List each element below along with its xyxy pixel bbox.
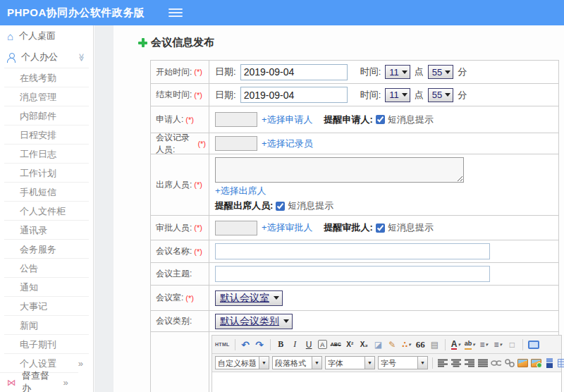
underline-icon[interactable]: U [304,338,314,351]
unlink-icon[interactable] [504,357,515,369]
meeting-form: 开始时间:(*) 日期: 时间: 11 点 55 分 结束时间:(*) 日期: … [150,60,559,392]
end-date-input[interactable] [240,87,348,103]
start-hour-select[interactable]: 11 [385,65,410,79]
sidebar-item-news[interactable]: 新闻 [4,315,89,334]
custom-heading-select[interactable]: 自定义标题▼ [215,356,269,369]
applicant-sms-checkbox[interactable] [376,115,385,124]
chevron-down-icon [445,93,450,97]
sidebar-item-file-cabinet[interactable]: 个人文件柜 [4,201,89,220]
form-row-approver: 审批人员:(*) +选择审批人 提醒审批人: 短消息提示 [151,216,558,240]
sidebar-item-work-log[interactable]: 工作日志 [4,144,89,163]
sidebar-item-office[interactable]: 个人办公 ≫ [0,47,93,68]
approver-sms-checkbox[interactable] [376,223,385,233]
font-family-select[interactable]: 字体▼ [325,356,375,369]
magic-fill-icon[interactable]: ∴▾ [401,338,412,351]
meeting-subject-input[interactable] [215,266,490,282]
required-mark: (*) [194,91,202,99]
chevron-down-icon: ▼ [312,357,321,369]
attendees-textarea[interactable] [215,157,464,183]
redo-icon[interactable]: ↷ [255,338,265,351]
meeting-category-select[interactable]: 默认会议类别 [215,314,293,329]
fullscreen-icon[interactable] [528,338,539,351]
choose-applicant-link[interactable]: +选择申请人 [262,114,313,126]
applicant-input[interactable] [215,112,257,127]
page-split-icon[interactable] [544,357,555,369]
form-row-meeting-room: 会议室:(*) 默认会议室 [151,286,558,311]
align-left-icon[interactable] [437,357,448,369]
end-minute-select[interactable]: 55 [428,88,453,102]
sidebar-item-contacts[interactable]: 通讯录 [4,220,89,239]
sidebar-item-attendance[interactable]: 在线考勤 [4,68,89,87]
attendees-sms-checkbox[interactable] [276,202,285,211]
html-source-icon[interactable]: HTML [215,338,230,351]
required-mark: (*) [194,223,202,232]
editor-toolbar-row1: HTML ↶ ↷ B I U A ABC X² X₂ ◪ ✎ [212,336,561,354]
user-icon [7,53,16,62]
start-date-input[interactable] [240,64,348,80]
blockquote-icon[interactable]: 66 [415,338,426,351]
undo-icon[interactable]: ↶ [240,338,251,351]
sidebar-item-internal-mail[interactable]: 内部邮件 [4,106,89,125]
sidebar-item-desktop[interactable]: ⌂ 个人桌面 [0,25,93,47]
sidebar-item-ejournal[interactable]: 电子期刊 [4,334,89,353]
end-hour-select[interactable]: 11 [385,88,410,102]
font-box-icon[interactable]: A [318,340,327,349]
eraser-icon[interactable]: ◪ [373,338,384,351]
sidebar-item-events[interactable]: 大事记 [4,296,89,315]
main-content: 会议信息发布 开始时间:(*) 日期: 时间: 11 点 55 分 结束时间:(… [114,25,564,392]
unordered-list-icon[interactable]: ≡▾ [493,338,503,351]
font-size-select[interactable]: 字号▼ [378,356,428,369]
form-row-editor: HTML ↶ ↷ B I U A ABC X² X₂ ◪ ✎ [151,332,558,392]
required-mark: (*) [194,247,202,256]
bold-icon[interactable]: B [276,338,286,351]
sidebar-item-sms[interactable]: 手机短信 [4,182,89,201]
chevron-double-down-icon: ≫ [78,53,87,61]
form-row-attendees: 出席人员:(*) +选择出席人 提醒出席人员: 短消息提示 [151,154,558,216]
image-add-icon[interactable] [531,357,541,369]
choose-recorder-link[interactable]: +选择记录员 [262,137,313,150]
chevron-down-icon [445,71,450,74]
choose-approver-link[interactable]: +选择审批人 [262,221,313,234]
sidebar-item-announcement[interactable]: 公告 [4,258,89,277]
new-page-icon[interactable]: □ [507,338,517,351]
ordered-list-icon[interactable]: ≡▾ [479,338,489,351]
approver-input[interactable] [215,221,257,235]
paragraph-format-select[interactable]: 段落格式▼ [272,356,322,369]
highlight-color-icon[interactable]: ab▾ [465,338,475,351]
align-justify-icon[interactable] [477,357,488,369]
subscript-icon[interactable]: X₂ [359,338,369,351]
italic-icon[interactable]: I [290,338,300,351]
chevron-down-icon: ▼ [364,357,374,369]
sidebar-item-schedule[interactable]: 日程安排 [4,125,89,144]
superscript-icon[interactable]: X² [345,338,355,351]
format-brush-icon[interactable]: ✎ [387,338,398,351]
sidebar-item-meeting-service[interactable]: 会务服务 [4,239,89,258]
paste-icon[interactable]: ▤ [429,338,440,351]
editor-content[interactable] [212,372,561,392]
align-center-icon[interactable] [450,357,461,369]
required-mark: (*) [185,294,194,302]
required-mark: (*) [185,116,194,124]
align-right-icon[interactable] [464,357,474,369]
sidebar-item-notice[interactable]: 通知 [4,277,89,296]
app-title: PHPOA协同办公软件政务版 [0,6,145,20]
link-icon[interactable] [491,357,501,369]
choose-attendees-link[interactable]: +选择出席人 [215,185,266,197]
table-icon[interactable] [558,357,564,369]
sidebar-item-label: 个人办公 [21,51,58,63]
hamburger-icon[interactable] [168,7,183,18]
recorder-input[interactable] [215,136,257,151]
font-color-icon[interactable]: A▾ [450,338,461,351]
image-icon[interactable] [517,357,528,369]
plus-icon [138,38,147,47]
start-minute-select[interactable]: 55 [428,65,453,79]
sidebar-item-supervise[interactable]: ⋈ 督查督办 » [0,372,78,391]
meeting-name-input[interactable] [215,243,490,259]
chevron-right-icon: » [63,377,68,388]
sidebar-item-messages[interactable]: 消息管理 [4,87,89,106]
sidebar-item-work-plan[interactable]: 工作计划 [4,163,89,182]
strikethrough-icon[interactable]: ABC [331,338,341,351]
form-row-start-time: 开始时间:(*) 日期: 时间: 11 点 55 分 [151,61,558,84]
meeting-room-select[interactable]: 默认会议室 [215,290,283,306]
form-row-recorder: 会议记录人员:(*) +选择记录员 [151,133,558,154]
